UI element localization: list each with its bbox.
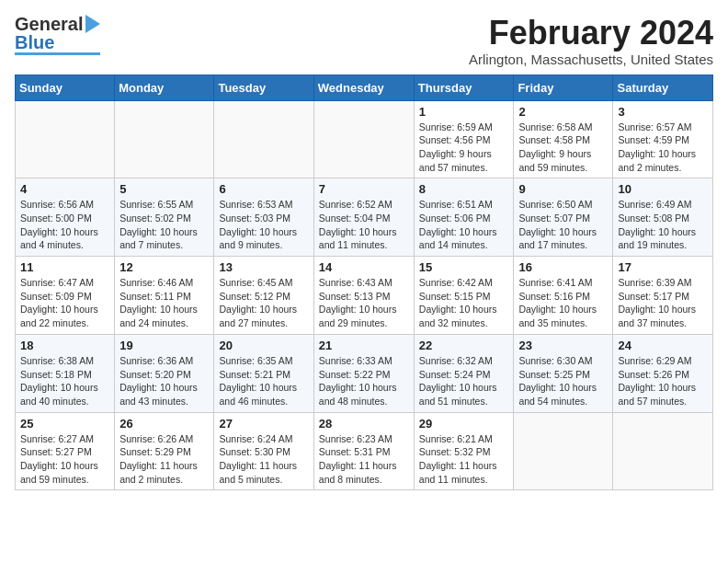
day-info: Sunrise: 6:55 AM Sunset: 5:02 PM Dayligh… <box>119 198 209 252</box>
column-header-monday: Monday <box>115 75 214 100</box>
calendar-cell: 4Sunrise: 6:56 AM Sunset: 5:00 PM Daylig… <box>16 178 115 257</box>
calendar-cell: 13Sunrise: 6:45 AM Sunset: 5:12 PM Dayli… <box>214 257 313 335</box>
calendar-cell: 3Sunrise: 6:57 AM Sunset: 4:59 PM Daylig… <box>613 100 713 178</box>
day-number: 11 <box>20 260 109 274</box>
day-number: 12 <box>119 260 209 274</box>
calendar-cell: 12Sunrise: 6:46 AM Sunset: 5:11 PM Dayli… <box>115 257 214 335</box>
day-number: 21 <box>319 339 409 352</box>
calendar-cell <box>16 100 115 178</box>
day-info: Sunrise: 6:26 AM Sunset: 5:29 PM Dayligh… <box>119 432 209 487</box>
day-info: Sunrise: 6:29 AM Sunset: 5:26 PM Dayligh… <box>618 354 708 408</box>
day-info: Sunrise: 6:56 AM Sunset: 5:00 PM Dayligh… <box>20 198 109 252</box>
calendar-cell: 22Sunrise: 6:32 AM Sunset: 5:24 PM Dayli… <box>414 334 514 412</box>
calendar-cell: 27Sunrise: 6:24 AM Sunset: 5:30 PM Dayli… <box>214 412 313 490</box>
day-number: 17 <box>618 260 708 274</box>
calendar-cell <box>514 412 613 490</box>
day-number: 24 <box>618 339 708 352</box>
calendar-cell: 23Sunrise: 6:30 AM Sunset: 5:25 PM Dayli… <box>514 334 613 412</box>
day-number: 6 <box>219 182 308 196</box>
day-info: Sunrise: 6:33 AM Sunset: 5:22 PM Dayligh… <box>319 354 409 408</box>
day-number: 2 <box>518 105 608 119</box>
calendar-cell: 10Sunrise: 6:49 AM Sunset: 5:08 PM Dayli… <box>613 178 713 257</box>
day-number: 20 <box>219 339 308 352</box>
day-info: Sunrise: 6:58 AM Sunset: 4:58 PM Dayligh… <box>518 121 608 175</box>
logo-arrow-icon <box>85 15 100 33</box>
calendar-cell: 20Sunrise: 6:35 AM Sunset: 5:21 PM Dayli… <box>214 334 313 412</box>
column-header-thursday: Thursday <box>414 75 514 100</box>
calendar-cell: 26Sunrise: 6:26 AM Sunset: 5:29 PM Dayli… <box>115 412 214 490</box>
day-number: 16 <box>518 260 608 274</box>
calendar-cell: 18Sunrise: 6:38 AM Sunset: 5:18 PM Dayli… <box>16 334 115 412</box>
calendar-cell: 17Sunrise: 6:39 AM Sunset: 5:17 PM Dayli… <box>613 257 713 335</box>
day-info: Sunrise: 6:49 AM Sunset: 5:08 PM Dayligh… <box>618 198 708 252</box>
calendar-week-1: 1Sunrise: 6:59 AM Sunset: 4:56 PM Daylig… <box>16 100 713 178</box>
day-number: 23 <box>518 339 608 352</box>
day-info: Sunrise: 6:53 AM Sunset: 5:03 PM Dayligh… <box>219 198 308 252</box>
day-number: 15 <box>419 260 509 274</box>
calendar-cell: 19Sunrise: 6:36 AM Sunset: 5:20 PM Dayli… <box>115 334 214 412</box>
day-number: 26 <box>119 417 209 431</box>
day-number: 19 <box>119 339 209 352</box>
day-info: Sunrise: 6:32 AM Sunset: 5:24 PM Dayligh… <box>419 354 509 408</box>
calendar-cell: 5Sunrise: 6:55 AM Sunset: 5:02 PM Daylig… <box>115 178 214 257</box>
day-info: Sunrise: 6:35 AM Sunset: 5:21 PM Dayligh… <box>219 354 308 408</box>
column-header-wednesday: Wednesday <box>313 75 414 100</box>
page-header: General Blue February 2024 Arlington, Ma… <box>15 15 713 67</box>
day-info: Sunrise: 6:41 AM Sunset: 5:16 PM Dayligh… <box>518 276 608 330</box>
day-info: Sunrise: 6:27 AM Sunset: 5:27 PM Dayligh… <box>20 432 109 487</box>
day-info: Sunrise: 6:30 AM Sunset: 5:25 PM Dayligh… <box>518 354 608 408</box>
day-number: 1 <box>419 105 509 119</box>
day-info: Sunrise: 6:24 AM Sunset: 5:30 PM Dayligh… <box>219 432 308 487</box>
calendar-cell: 11Sunrise: 6:47 AM Sunset: 5:09 PM Dayli… <box>16 257 115 335</box>
day-number: 3 <box>618 105 708 119</box>
calendar-cell: 14Sunrise: 6:43 AM Sunset: 5:13 PM Dayli… <box>313 257 414 335</box>
calendar-cell: 8Sunrise: 6:51 AM Sunset: 5:06 PM Daylig… <box>414 178 514 257</box>
day-info: Sunrise: 6:45 AM Sunset: 5:12 PM Dayligh… <box>219 276 308 330</box>
day-number: 13 <box>219 260 308 274</box>
day-info: Sunrise: 6:21 AM Sunset: 5:32 PM Dayligh… <box>419 432 509 487</box>
day-number: 7 <box>319 182 409 196</box>
calendar-cell: 25Sunrise: 6:27 AM Sunset: 5:27 PM Dayli… <box>16 412 115 490</box>
day-info: Sunrise: 6:47 AM Sunset: 5:09 PM Dayligh… <box>20 276 109 330</box>
calendar-title: February 2024 <box>469 15 713 52</box>
logo-general-text: General <box>15 15 83 33</box>
logo-underline <box>15 52 100 55</box>
day-info: Sunrise: 6:46 AM Sunset: 5:11 PM Dayligh… <box>119 276 209 330</box>
calendar-cell: 1Sunrise: 6:59 AM Sunset: 4:56 PM Daylig… <box>414 100 514 178</box>
day-info: Sunrise: 6:39 AM Sunset: 5:17 PM Dayligh… <box>618 276 708 330</box>
calendar-location: Arlington, Massachusetts, United States <box>469 52 713 67</box>
day-number: 18 <box>20 339 109 352</box>
day-number: 4 <box>20 182 109 196</box>
calendar-table: SundayMondayTuesdayWednesdayThursdayFrid… <box>15 75 713 491</box>
day-info: Sunrise: 6:38 AM Sunset: 5:18 PM Dayligh… <box>20 354 109 408</box>
calendar-cell <box>115 100 214 178</box>
calendar-cell: 28Sunrise: 6:23 AM Sunset: 5:31 PM Dayli… <box>313 412 414 490</box>
day-number: 27 <box>219 417 308 431</box>
day-info: Sunrise: 6:59 AM Sunset: 4:56 PM Dayligh… <box>419 121 509 175</box>
day-info: Sunrise: 6:51 AM Sunset: 5:06 PM Dayligh… <box>419 198 509 252</box>
calendar-cell: 2Sunrise: 6:58 AM Sunset: 4:58 PM Daylig… <box>514 100 613 178</box>
day-number: 28 <box>319 417 409 431</box>
column-header-friday: Friday <box>514 75 613 100</box>
calendar-cell: 16Sunrise: 6:41 AM Sunset: 5:16 PM Dayli… <box>514 257 613 335</box>
day-number: 9 <box>518 182 608 196</box>
day-info: Sunrise: 6:57 AM Sunset: 4:59 PM Dayligh… <box>618 121 708 175</box>
day-number: 25 <box>20 417 109 431</box>
day-info: Sunrise: 6:43 AM Sunset: 5:13 PM Dayligh… <box>319 276 409 330</box>
day-number: 14 <box>319 260 409 274</box>
day-number: 22 <box>419 339 509 352</box>
logo: General Blue <box>15 15 100 55</box>
calendar-week-2: 4Sunrise: 6:56 AM Sunset: 5:00 PM Daylig… <box>16 178 713 257</box>
calendar-week-5: 25Sunrise: 6:27 AM Sunset: 5:27 PM Dayli… <box>16 412 713 490</box>
calendar-cell: 15Sunrise: 6:42 AM Sunset: 5:15 PM Dayli… <box>414 257 514 335</box>
day-info: Sunrise: 6:36 AM Sunset: 5:20 PM Dayligh… <box>119 354 209 408</box>
calendar-cell: 6Sunrise: 6:53 AM Sunset: 5:03 PM Daylig… <box>214 178 313 257</box>
day-number: 29 <box>419 417 509 431</box>
title-block: February 2024 Arlington, Massachusetts, … <box>469 15 713 67</box>
calendar-cell: 9Sunrise: 6:50 AM Sunset: 5:07 PM Daylig… <box>514 178 613 257</box>
column-header-saturday: Saturday <box>613 75 713 100</box>
day-number: 10 <box>618 182 708 196</box>
calendar-cell <box>613 412 713 490</box>
day-info: Sunrise: 6:52 AM Sunset: 5:04 PM Dayligh… <box>319 198 409 252</box>
calendar-cell: 29Sunrise: 6:21 AM Sunset: 5:32 PM Dayli… <box>414 412 514 490</box>
